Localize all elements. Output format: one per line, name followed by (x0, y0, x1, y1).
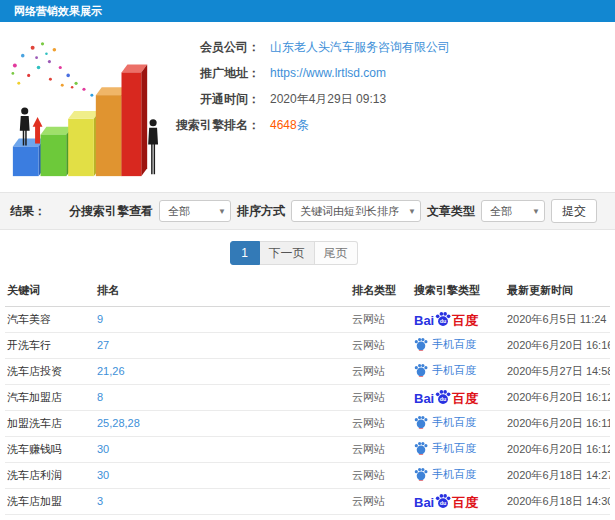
baidu-paw-icon: du (435, 389, 451, 405)
rank-type-cell: 云网站 (350, 488, 412, 514)
table-header-row: 关键词 排名 排名类型 搜索引擎类型 最新更新时间 (5, 276, 610, 306)
rank-cell[interactable]: 25,28,28 (95, 410, 350, 436)
engine-cell: 手机百度 (412, 410, 505, 436)
baidu-cn-text: 百度 (452, 496, 478, 509)
filter-bar: 结果： 分搜索引擎查看 全部 ▼ 排序方式 关键词由短到长排序 ▼ 文章类型 全… (0, 192, 615, 230)
table-row: 洗车店利润30云网站 手机百度2020年6月18日 14:27 (5, 462, 610, 488)
pagination: 1 下一页 尾页 (0, 230, 601, 276)
keyword-cell: 开洗车行 (5, 332, 95, 358)
article-type-select[interactable]: 全部 ▼ (481, 200, 545, 222)
rank-cell[interactable]: 27 (95, 332, 350, 358)
mobile-baidu-logo: 手机百度 (414, 441, 476, 456)
ranking-table: 关键词 排名 排名类型 搜索引擎类型 最新更新时间 汽车美容9云网站Bai du… (5, 276, 610, 515)
updated-cell: 2020年6月18日 14:27 (505, 462, 610, 488)
engine-cell: Bai du 百度 (412, 488, 505, 514)
engine-rank-label: 搜索引擎排名： (150, 117, 260, 134)
baidu-cn-text: 百度 (452, 314, 478, 327)
open-time-row: 开通时间： 2020年4月29日 09:13 (150, 86, 590, 112)
result-label: 结果： (10, 203, 46, 220)
keyword-cell: 加盟洗车店 (5, 410, 95, 436)
rank-type-cell: 云网站 (350, 306, 412, 332)
article-type-value: 全部 (490, 204, 512, 219)
chevron-down-icon: ▼ (210, 207, 226, 216)
sort-filter-select[interactable]: 关键词由短到长排序 ▼ (291, 200, 421, 222)
open-time-value: 2020年4月29日 09:13 (270, 91, 386, 108)
rank-count: 4648 (270, 118, 297, 132)
table-row: 汽车美容9云网站Bai du 百度2020年6月5日 11:24 (5, 306, 610, 332)
mobile-baidu-logo: 手机百度 (414, 337, 476, 352)
updated-cell: 2020年5月27日 14:58 (505, 358, 610, 384)
engine-rank-row: 搜索引擎排名： 4648条 (150, 112, 590, 138)
table-row: 汽车加盟店8云网站Bai du 百度2020年6月20日 16:12 (5, 384, 610, 410)
chevron-down-icon: ▼ (400, 207, 416, 216)
updated-cell: 2020年6月20日 16:16 (505, 332, 610, 358)
engine-filter-value: 全部 (168, 204, 190, 219)
baidu-paw-icon (414, 415, 428, 429)
table-row: 洗车店投资21,26云网站 手机百度2020年5月27日 14:58 (5, 358, 610, 384)
bar-blue (13, 139, 45, 177)
mobile-baidu-logo: 手机百度 (414, 467, 476, 482)
rank-cell[interactable]: 30 (95, 462, 350, 488)
mobile-baidu-text: 手机百度 (432, 441, 476, 456)
svg-text:du: du (440, 318, 447, 324)
mobile-baidu-text: 手机百度 (432, 337, 476, 352)
rank-type-cell: 云网站 (350, 436, 412, 462)
rank-cell[interactable]: 8 (95, 384, 350, 410)
engine-cell: 手机百度 (412, 436, 505, 462)
updated-cell: 2020年6月20日 16:11 (505, 410, 610, 436)
engine-filter-select[interactable]: 全部 ▼ (159, 200, 231, 222)
keyword-cell: 洗车赚钱吗 (5, 436, 95, 462)
baidu-cn-text: 百度 (452, 392, 478, 405)
promo-url-row: 推广地址： https://www.lrtlsd.com (150, 60, 590, 86)
chevron-down-icon: ▼ (524, 207, 540, 216)
mobile-baidu-logo: 手机百度 (414, 415, 476, 430)
engine-cell: Bai du 百度 (412, 306, 505, 332)
rank-cell[interactable]: 21,26 (95, 358, 350, 384)
bar-red (122, 65, 148, 177)
table-row: 加盟洗车店25,28,28云网站 手机百度2020年6月20日 16:11 (5, 410, 610, 436)
submit-button[interactable]: 提交 (551, 199, 597, 223)
baidu-bai-text: Bai (414, 314, 434, 327)
header-engine-type: 搜索引擎类型 (412, 276, 505, 306)
rank-cell[interactable]: 30 (95, 436, 350, 462)
updated-cell: 2020年6月5日 11:24 (505, 306, 610, 332)
rank-type-cell: 云网站 (350, 358, 412, 384)
mobile-baidu-text: 手机百度 (432, 363, 476, 378)
rank-type-cell: 云网站 (350, 332, 412, 358)
engine-cell: Bai du 百度 (412, 384, 505, 410)
updated-cell: 2020年6月18日 14:30 (505, 488, 610, 514)
member-company-label: 会员公司： (150, 39, 260, 56)
baidu-paw-icon (414, 441, 428, 455)
rank-cell[interactable]: 3 (95, 488, 350, 514)
member-company-row: 会员公司： 山东老人头汽车服务咨询有限公司 (150, 34, 590, 60)
rank-type-cell: 云网站 (350, 410, 412, 436)
rank-type-cell: 云网站 (350, 384, 412, 410)
growth-chart-illustration (2, 28, 162, 186)
header-rank: 排名 (95, 276, 350, 306)
promo-url-link[interactable]: https://www.lrtlsd.com (270, 66, 386, 80)
company-info-section: 会员公司： 山东老人头汽车服务咨询有限公司 推广地址： https://www.… (0, 22, 615, 192)
rank-count-unit: 条 (297, 118, 309, 132)
table-body: 汽车美容9云网站Bai du 百度2020年6月5日 11:24开洗车行27云网… (5, 306, 610, 514)
updated-cell: 2020年6月20日 16:12 (505, 384, 610, 410)
baidu-logo: Bai du 百度 (414, 493, 478, 509)
mobile-baidu-text: 手机百度 (432, 467, 476, 482)
header-keyword: 关键词 (5, 276, 95, 306)
keyword-cell: 汽车美容 (5, 306, 95, 332)
page-1-button[interactable]: 1 (230, 241, 260, 265)
member-company-link[interactable]: 山东老人头汽车服务咨询有限公司 (270, 39, 450, 56)
next-page-button[interactable]: 下一页 (260, 241, 315, 265)
baidu-paw-icon: du (435, 493, 451, 509)
rank-type-cell: 云网站 (350, 462, 412, 488)
bar-yellow (68, 111, 100, 176)
sort-filter-value: 关键词由短到长排序 (300, 204, 399, 219)
engine-cell: 手机百度 (412, 332, 505, 358)
baidu-bai-text: Bai (414, 496, 434, 509)
last-page-button[interactable]: 尾页 (315, 241, 358, 265)
rank-cell[interactable]: 9 (95, 306, 350, 332)
promo-url-label: 推广地址： (150, 65, 260, 82)
baidu-logo: Bai du 百度 (414, 389, 478, 405)
baidu-paw-icon (414, 467, 428, 481)
table-row: 开洗车行27云网站 手机百度2020年6月20日 16:16 (5, 332, 610, 358)
baidu-logo: Bai du 百度 (414, 311, 478, 327)
